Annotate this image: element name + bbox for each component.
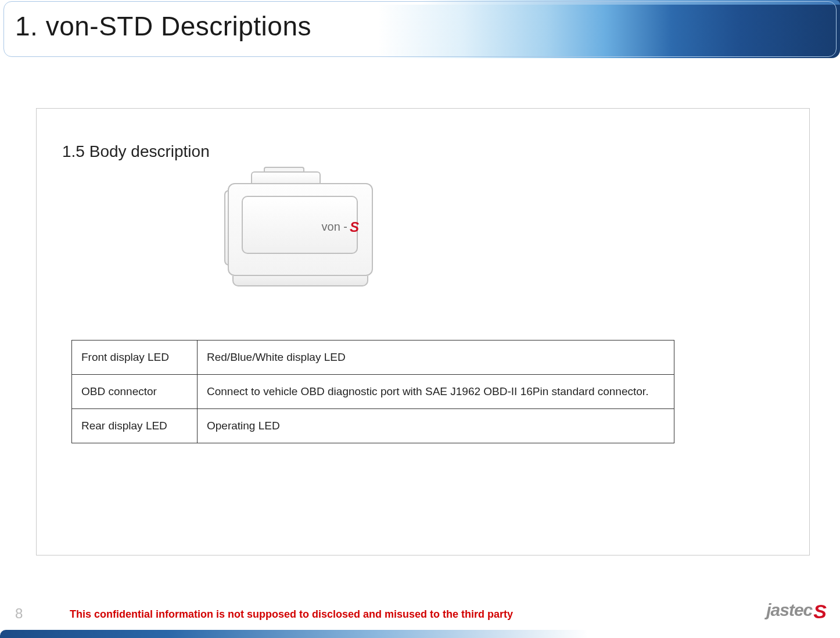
table-row: Front display LED Red/Blue/White display… <box>72 340 674 375</box>
slide: 1. von-STD Descriptions 1.5 Body descrip… <box>0 0 840 638</box>
table-cell-desc: Operating LED <box>198 409 674 443</box>
page-number: 8 <box>15 605 23 622</box>
brand-logo: jastecS <box>766 598 826 621</box>
device-logo: von -S <box>322 218 359 234</box>
table-cell-label: Front display LED <box>72 340 198 375</box>
table-cell-desc: Connect to vehicle OBD diagnostic port w… <box>198 375 674 409</box>
footer: 8 This confidential information is not s… <box>0 601 840 624</box>
table-cell-label: OBD connector <box>72 375 198 409</box>
device-logo-mark: S <box>350 219 359 235</box>
table-row: Rear display LED Operating LED <box>72 409 674 443</box>
section-title: 1.5 Body description <box>62 142 784 161</box>
device-logo-prefix: von - <box>322 220 347 233</box>
confidential-notice: This confidential information is not sup… <box>70 608 513 621</box>
device-illustration: von -S <box>216 167 385 295</box>
table-row: OBD connector Connect to vehicle OBD dia… <box>72 375 674 409</box>
device-bottom <box>232 276 368 286</box>
brand-text: jastec <box>766 600 812 619</box>
table-cell-desc: Red/Blue/White display LED <box>198 340 674 375</box>
page-title: 1. von-STD Descriptions <box>15 10 311 42</box>
spec-table: Front display LED Red/Blue/White display… <box>71 340 674 443</box>
table-cell-label: Rear display LED <box>72 409 198 443</box>
brand-swoosh-icon: S <box>813 600 826 623</box>
content-card: 1.5 Body description von -S Front displa… <box>36 108 810 555</box>
bottom-decorative-bar <box>0 630 840 638</box>
